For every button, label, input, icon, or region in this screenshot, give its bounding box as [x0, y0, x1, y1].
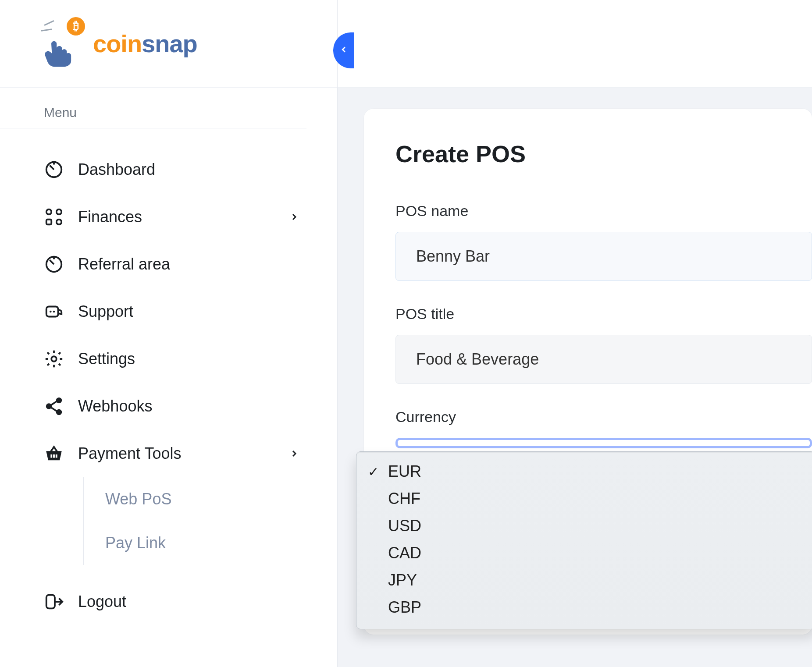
brand-mark-icon: ₿	[44, 20, 82, 68]
sidebar-subitem-pay-link[interactable]: Pay Link	[105, 521, 311, 565]
brand-logo[interactable]: ₿ coinsnap	[44, 20, 197, 68]
currency-option-label: CHF	[388, 490, 420, 508]
grid-icon	[44, 207, 64, 227]
currency-label: Currency	[395, 408, 812, 426]
svg-point-12	[57, 410, 62, 415]
pos-title-input[interactable]	[395, 335, 812, 384]
sidebar-item-logout[interactable]: Logout	[44, 578, 311, 625]
sidebar-item-dashboard[interactable]: Dashboard	[44, 146, 311, 193]
sidebar: ₿ coinsnap Menu Dashboard	[0, 0, 338, 667]
sidebar-item-label: Referral area	[78, 255, 170, 273]
svg-rect-6	[46, 307, 58, 317]
main-header	[338, 0, 812, 88]
currency-option-label: EUR	[388, 462, 421, 481]
field-pos-title: POS title	[395, 305, 812, 384]
currency-option-gbp[interactable]: GBP	[356, 594, 812, 621]
svg-point-4	[57, 220, 62, 225]
sidebar-item-label: Settings	[78, 350, 135, 368]
currency-option-chf[interactable]: CHF	[356, 485, 812, 512]
bitcoin-coin-icon: ₿	[67, 17, 85, 35]
sidebar-item-label: Logout	[78, 592, 126, 611]
currency-option-label: USD	[388, 517, 421, 535]
sidebar-item-label: Support	[78, 302, 133, 321]
sidebar-nav: Dashboard Finances Referral area	[0, 146, 337, 625]
snap-hand-icon	[44, 34, 78, 68]
chevron-right-icon	[289, 208, 299, 226]
sidebar-item-webhooks[interactable]: Webhooks	[44, 383, 311, 430]
basket-icon	[44, 443, 64, 464]
svg-point-7	[50, 311, 52, 313]
sidebar-item-settings[interactable]: Settings	[44, 335, 311, 383]
currency-option-usd[interactable]: USD	[356, 512, 812, 539]
main-area: Create POS POS name POS title Currency	[338, 0, 812, 667]
gauge-icon	[44, 160, 64, 180]
currency-option-eur[interactable]: ✓ EUR	[356, 458, 812, 485]
page-title: Create POS	[395, 140, 812, 167]
menu-section-label: Menu	[0, 88, 306, 128]
check-icon: ✓	[366, 464, 380, 479]
sidebar-item-support[interactable]: Support	[44, 288, 311, 335]
currency-option-label: JPY	[388, 571, 417, 589]
currency-option-label: GBP	[388, 598, 421, 617]
svg-point-11	[57, 398, 62, 403]
main-body: Create POS POS name POS title Currency	[338, 88, 812, 667]
logout-icon	[44, 592, 64, 612]
svg-rect-13	[46, 595, 55, 609]
pos-title-label: POS title	[395, 305, 812, 323]
sidebar-item-referral[interactable]: Referral area	[44, 241, 311, 288]
pos-name-input[interactable]	[395, 232, 812, 281]
sidebar-subnav-payment-tools: Web PoS Pay Link	[83, 477, 311, 565]
svg-point-1	[46, 209, 52, 215]
field-currency: Currency	[395, 408, 812, 448]
sidebar-item-finances[interactable]: Finances	[44, 193, 311, 241]
brand-wordmark: coinsnap	[93, 29, 197, 58]
svg-point-8	[53, 311, 55, 313]
sidebar-item-label: Dashboard	[78, 160, 155, 179]
currency-option-jpy[interactable]: JPY	[356, 567, 812, 594]
svg-rect-3	[46, 220, 52, 225]
gauge-icon	[44, 254, 64, 274]
currency-option-label: CAD	[388, 544, 421, 562]
pos-name-label: POS name	[395, 202, 812, 220]
currency-option-cad[interactable]: CAD	[356, 539, 812, 567]
gear-icon	[44, 349, 64, 369]
sidebar-item-label: Payment Tools	[78, 444, 181, 463]
svg-point-9	[51, 356, 57, 362]
support-icon	[44, 302, 64, 322]
sidebar-item-label: Finances	[78, 208, 142, 226]
currency-select[interactable]	[395, 438, 812, 448]
svg-point-2	[57, 209, 62, 215]
share-icon	[44, 396, 64, 416]
sidebar-item-label: Webhooks	[78, 397, 152, 415]
sidebar-header: ₿ coinsnap	[0, 0, 337, 88]
field-pos-name: POS name	[395, 202, 812, 281]
sidebar-subitem-web-pos[interactable]: Web PoS	[105, 477, 311, 521]
chevron-right-icon	[289, 444, 299, 463]
sidebar-item-payment-tools[interactable]: Payment Tools	[44, 430, 311, 477]
chevron-left-icon	[339, 45, 349, 56]
currency-dropdown-panel: ✓ EUR CHF USD CAD JPY	[356, 451, 812, 629]
